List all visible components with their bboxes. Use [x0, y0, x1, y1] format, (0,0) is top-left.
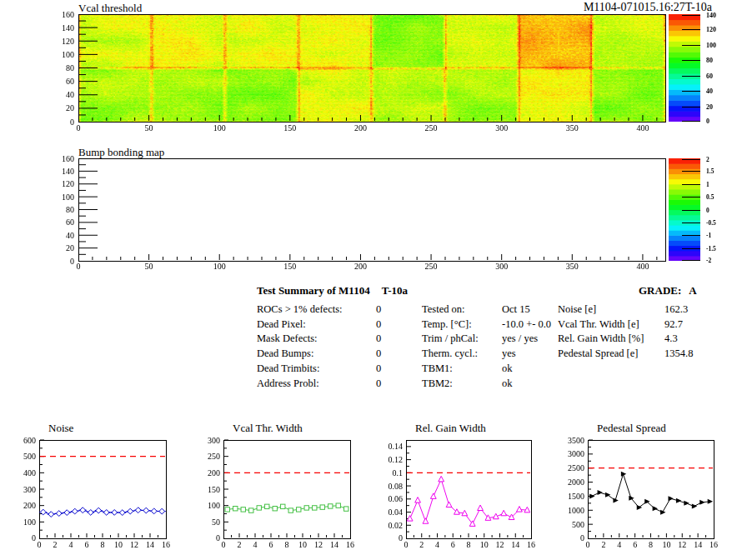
svg-text:8: 8	[467, 540, 471, 549]
defect-label: Dead Pixel:	[257, 318, 343, 332]
svg-text:60: 60	[706, 72, 713, 80]
defect-label: ROCs > 1% defects:	[257, 302, 343, 318]
defect-value: 0	[376, 318, 381, 332]
rel-gain-width-chart-title: Rel. Gain Width	[415, 422, 486, 435]
svg-text:8: 8	[101, 540, 105, 549]
condition-label: Therm. cycl.:	[422, 347, 479, 362]
svg-text:2000: 2000	[568, 478, 584, 487]
condition-value: yes / yes	[502, 332, 551, 347]
condition-value: Oct 15	[502, 302, 551, 318]
module-id-title: M1104-071015.16:27T-10a	[584, 1, 712, 14]
result-label: Pedestal Spread [e]	[558, 347, 644, 362]
svg-text:100: 100	[213, 262, 226, 271]
svg-text:2: 2	[419, 540, 424, 549]
svg-text:40: 40	[66, 231, 74, 240]
condition-value: ok	[502, 362, 551, 377]
svg-text:16: 16	[346, 540, 354, 549]
svg-text:500: 500	[23, 452, 36, 461]
svg-text:12: 12	[496, 540, 504, 549]
svg-text:1.5: 1.5	[706, 168, 714, 175]
svg-text:-2: -2	[706, 257, 711, 264]
grade-label: GRADE:	[639, 284, 681, 297]
defect-labels-column: ROCs > 1% defects:Dead Pixel:Mask Defect…	[257, 302, 343, 391]
svg-text:0.12: 0.12	[389, 455, 404, 464]
svg-text:120: 120	[62, 179, 74, 188]
svg-text:4: 4	[253, 540, 258, 549]
svg-text:14: 14	[511, 540, 519, 549]
svg-text:300: 300	[495, 262, 508, 271]
condition-label: Trim / phCal:	[422, 332, 479, 347]
defect-value: 0	[376, 347, 381, 362]
svg-text:8: 8	[649, 540, 653, 549]
svg-text:2: 2	[238, 540, 242, 549]
svg-text:0: 0	[77, 262, 81, 271]
svg-text:0: 0	[706, 118, 709, 125]
svg-text:0.06: 0.06	[389, 494, 404, 503]
svg-text:250: 250	[425, 123, 438, 132]
svg-text:2: 2	[601, 540, 605, 549]
result-label: Noise [e]	[558, 302, 644, 318]
svg-text:80: 80	[706, 57, 713, 64]
svg-text:0: 0	[77, 123, 81, 132]
defect-value: 0	[376, 377, 381, 392]
svg-text:10: 10	[114, 540, 123, 549]
vcal-width-chart-title: Vcal Thr. Width	[233, 422, 303, 435]
svg-text:80: 80	[66, 205, 74, 214]
result-value: 92.7	[664, 318, 693, 332]
svg-text:50: 50	[212, 518, 220, 527]
svg-text:0.02: 0.02	[389, 521, 404, 530]
defect-values-column: 000000	[376, 302, 381, 391]
svg-text:12: 12	[130, 540, 138, 549]
svg-text:0.14: 0.14	[389, 442, 404, 451]
svg-text:20: 20	[66, 103, 74, 112]
condition-values-column: Oct 15-10.0 +- 0.0yes / yesyesokok	[502, 302, 551, 391]
svg-text:12: 12	[314, 540, 323, 549]
svg-text:2: 2	[53, 540, 58, 549]
result-value: 162.3	[664, 302, 693, 318]
svg-text:350: 350	[566, 262, 579, 271]
svg-text:200: 200	[354, 123, 367, 132]
svg-text:0.5: 0.5	[706, 193, 714, 201]
svg-text:300: 300	[495, 123, 508, 132]
svg-text:16: 16	[162, 540, 170, 549]
bump-bonding-colorbar	[669, 158, 700, 261]
defect-value: 0	[376, 362, 381, 377]
svg-text:14: 14	[694, 540, 702, 549]
svg-text:80: 80	[66, 63, 74, 72]
svg-text:20: 20	[66, 243, 74, 252]
svg-text:6: 6	[633, 540, 637, 549]
svg-text:10: 10	[480, 540, 489, 549]
svg-text:160: 160	[62, 154, 74, 163]
result-label: Vcal Thr. Width [e]	[558, 318, 644, 332]
svg-text:300: 300	[208, 436, 220, 445]
svg-text:100: 100	[208, 501, 220, 510]
condition-value: ok	[502, 377, 551, 392]
svg-text:-1: -1	[706, 232, 711, 239]
result-values-column: 162.392.74.31354.8	[664, 302, 693, 362]
svg-text:120: 120	[706, 26, 716, 33]
svg-text:1500: 1500	[568, 492, 584, 501]
module-test-report-page: Vcal threshold M1104-071015.16:27T-10a B…	[0, 0, 747, 560]
svg-text:4: 4	[435, 540, 439, 549]
svg-text:0: 0	[70, 118, 74, 127]
result-value: 1354.8	[664, 347, 693, 362]
svg-text:400: 400	[636, 123, 649, 132]
condition-label: TBM1:	[422, 362, 479, 377]
svg-text:150: 150	[283, 262, 296, 271]
svg-text:140: 140	[62, 167, 74, 176]
noise-chart-title: Noise	[48, 422, 73, 435]
svg-text:250: 250	[425, 262, 438, 271]
svg-text:100: 100	[23, 518, 36, 527]
svg-text:0: 0	[580, 533, 584, 542]
svg-text:2: 2	[706, 156, 709, 163]
svg-text:2500: 2500	[568, 463, 584, 472]
grade-value: A	[689, 284, 696, 297]
svg-text:4: 4	[69, 540, 73, 549]
svg-text:200: 200	[208, 468, 220, 478]
svg-text:1000: 1000	[568, 506, 584, 515]
svg-text:0: 0	[216, 533, 220, 542]
defect-value: 0	[376, 332, 381, 347]
svg-text:150: 150	[283, 123, 296, 132]
svg-text:350: 350	[566, 123, 579, 132]
svg-text:8: 8	[285, 540, 289, 549]
